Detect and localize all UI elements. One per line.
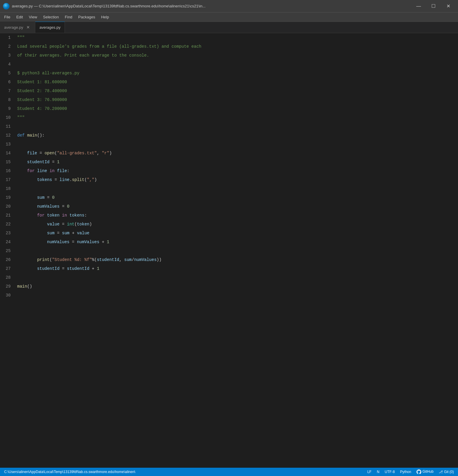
app-icon bbox=[3, 3, 9, 9]
line-num-13: 13 bbox=[0, 140, 15, 149]
code-line-10: """ bbox=[17, 113, 458, 122]
code-line-22: value = int(token) bbox=[17, 220, 458, 229]
status-right: LF N UTF-8 Python GitHub ⎇ Git (0) bbox=[367, 469, 454, 474]
code-line-26: print("Student %d: %f"%(studentId, sum/n… bbox=[17, 255, 458, 264]
status-lf[interactable]: LF bbox=[367, 470, 371, 474]
line-num-12: 12 bbox=[0, 131, 15, 140]
code-line-8: Student 3: 76.900000 bbox=[17, 95, 458, 104]
code-line-23: sum = sum + value bbox=[17, 229, 458, 238]
menu-packages[interactable]: Packages bbox=[75, 14, 98, 20]
line-num-18: 18 bbox=[0, 184, 15, 193]
line-num-14: 14 bbox=[0, 149, 15, 158]
line-num-3: 3 bbox=[0, 51, 15, 60]
tab-label-average: average.py bbox=[4, 25, 23, 30]
code-line-9: Student 4: 70.200000 bbox=[17, 104, 458, 113]
title-text: averages.py — C:\Users\alinen\AppData\Lo… bbox=[12, 4, 206, 8]
code-line-27: studentId = studentId + 1 bbox=[17, 264, 458, 273]
code-line-18 bbox=[17, 184, 458, 193]
code-line-5: $ python3 all-averages.py bbox=[17, 69, 458, 78]
line-num-17: 17 bbox=[0, 175, 15, 184]
line-num-5: 5 bbox=[0, 69, 15, 78]
code-line-24: numValues = numValues + 1 bbox=[17, 238, 458, 246]
code-line-20: numValues = 0 bbox=[17, 202, 458, 211]
code-line-1: """ bbox=[17, 33, 458, 42]
tab-close-average[interactable]: ✕ bbox=[25, 25, 31, 30]
line-num-10: 10 bbox=[0, 113, 15, 122]
code-line-25 bbox=[17, 246, 458, 255]
menu-help[interactable]: Help bbox=[98, 14, 112, 20]
minimize-button[interactable]: — bbox=[412, 2, 425, 11]
menu-file[interactable]: File bbox=[1, 14, 13, 20]
title-bar: averages.py — C:\Users\alinen\AppData\Lo… bbox=[0, 0, 458, 12]
code-line-14: file = open("all-grades.txt", "r") bbox=[17, 149, 458, 158]
status-language[interactable]: Python bbox=[400, 470, 411, 474]
line-num-30: 30 bbox=[0, 291, 15, 300]
menu-edit[interactable]: Edit bbox=[13, 14, 26, 20]
status-left: C:\Users\alinen\AppData\Local\Temp\13139… bbox=[4, 470, 361, 474]
line-numbers: 1 2 3 4 5 6 7 8 9 10 11 12 13 14 15 16 1… bbox=[0, 33, 15, 468]
line-num-11: 11 bbox=[0, 122, 15, 131]
title-bar-left: averages.py — C:\Users\alinen\AppData\Lo… bbox=[3, 3, 206, 9]
code-line-11 bbox=[17, 122, 458, 131]
code-content[interactable]: """ Load several people's grades from a … bbox=[15, 33, 458, 468]
line-num-19: 19 bbox=[0, 193, 15, 202]
status-n: N bbox=[377, 470, 379, 474]
line-num-27: 27 bbox=[0, 264, 15, 273]
code-line-13 bbox=[17, 140, 458, 149]
menu-bar: File Edit View Selection Find Packages H… bbox=[0, 12, 458, 22]
line-num-24: 24 bbox=[0, 238, 15, 246]
code-line-17: tokens = line.split(",") bbox=[17, 175, 458, 184]
code-line-30 bbox=[17, 291, 458, 300]
line-num-1: 1 bbox=[0, 33, 15, 42]
code-line-6: Student 1: 81.600000 bbox=[17, 78, 458, 86]
line-num-23: 23 bbox=[0, 229, 15, 238]
code-line-15: studentId = 1 bbox=[17, 158, 458, 166]
line-num-20: 20 bbox=[0, 202, 15, 211]
line-num-28: 28 bbox=[0, 273, 15, 282]
line-num-26: 26 bbox=[0, 255, 15, 264]
menu-view[interactable]: View bbox=[26, 14, 40, 20]
line-num-15: 15 bbox=[0, 158, 15, 166]
code-line-3: of their averages. Print each average to… bbox=[17, 51, 458, 60]
line-num-25: 25 bbox=[0, 246, 15, 255]
code-line-7: Student 2: 78.400000 bbox=[17, 86, 458, 95]
menu-selection[interactable]: Selection bbox=[40, 14, 62, 20]
code-line-2: Load several people's grades from a file… bbox=[17, 42, 458, 51]
code-line-16: for line in file: bbox=[17, 166, 458, 175]
code-line-28 bbox=[17, 273, 458, 282]
code-line-12: def main(): bbox=[17, 131, 458, 140]
line-num-6: 6 bbox=[0, 78, 15, 86]
close-button[interactable]: ✕ bbox=[441, 2, 455, 11]
tab-average-py[interactable]: average.py ✕ bbox=[0, 22, 35, 33]
line-num-2: 2 bbox=[0, 42, 15, 51]
status-encoding[interactable]: UTF-8 bbox=[385, 470, 395, 474]
line-num-22: 22 bbox=[0, 220, 15, 229]
tab-label-averages: averages.py bbox=[39, 25, 60, 30]
maximize-button[interactable]: ☐ bbox=[427, 2, 440, 11]
line-num-29: 29 bbox=[0, 282, 15, 291]
line-num-16: 16 bbox=[0, 166, 15, 175]
status-bar: C:\Users\alinen\AppData\Local\Temp\13139… bbox=[0, 468, 458, 476]
tabs-bar: average.py ✕ averages.py bbox=[0, 22, 458, 33]
status-github[interactable]: GitHub bbox=[417, 469, 433, 474]
code-line-21: for token in tokens: bbox=[17, 211, 458, 220]
tab-averages-py[interactable]: averages.py bbox=[35, 22, 65, 33]
line-num-4: 4 bbox=[0, 60, 15, 69]
status-path[interactable]: C:\Users\alinen\AppData\Local\Temp\13139… bbox=[4, 470, 135, 474]
line-num-9: 9 bbox=[0, 104, 15, 113]
code-line-19: sum = 0 bbox=[17, 193, 458, 202]
status-git[interactable]: ⎇ Git (0) bbox=[439, 470, 454, 474]
menu-find[interactable]: Find bbox=[62, 14, 75, 20]
code-line-4 bbox=[17, 60, 458, 69]
line-num-21: 21 bbox=[0, 211, 15, 220]
window-controls: — ☐ ✕ bbox=[412, 2, 455, 11]
editor-area: 1 2 3 4 5 6 7 8 9 10 11 12 13 14 15 16 1… bbox=[0, 33, 458, 468]
line-num-8: 8 bbox=[0, 95, 15, 104]
code-line-29: main() bbox=[17, 282, 458, 291]
line-num-7: 7 bbox=[0, 86, 15, 95]
